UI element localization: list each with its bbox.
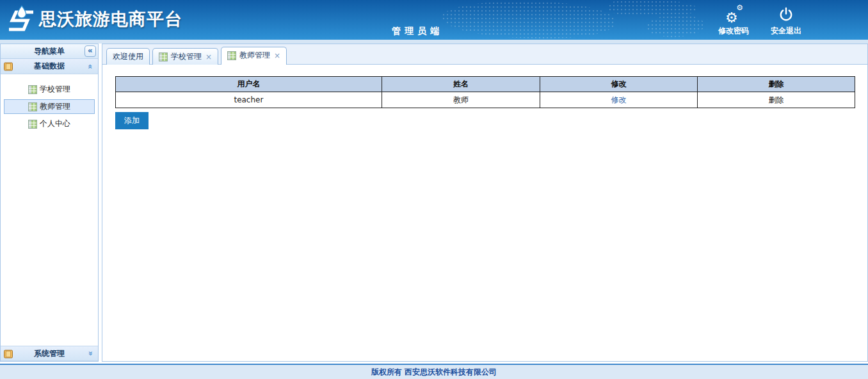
- table-grid-icon: [227, 51, 236, 60]
- table-row: teacher 教师 修改 删除: [116, 92, 855, 108]
- tab-label: 教师管理: [239, 50, 270, 61]
- table-grid-icon: [159, 52, 168, 61]
- cell-name: 教师: [382, 92, 540, 108]
- footer: 版权所有 西安思沃软件科技有限公司: [0, 364, 868, 379]
- column-header-username: 用户名: [116, 77, 382, 92]
- column-header-edit: 修改: [540, 77, 697, 92]
- sidebar-group-label: 基础数据: [34, 61, 65, 72]
- chevron-up-icon[interactable]: «: [86, 64, 95, 69]
- tab-welcome[interactable]: 欢迎使用: [106, 48, 150, 65]
- app-window: 思沃旅游电商平台 管理员端 ⚙ ⚙ 修改密码 安全退出: [0, 0, 868, 379]
- table-header-row: 用户名 姓名 修改 删除: [116, 77, 855, 92]
- sidebar-collapse-button[interactable]: «: [84, 45, 96, 57]
- tab-bar: 欢迎使用 学校管理 ×: [102, 44, 867, 65]
- power-icon: [778, 4, 794, 24]
- sidebar-item-personal-center[interactable]: 个人中心: [4, 117, 95, 131]
- tab-teacher-management[interactable]: 教师管理 ×: [221, 47, 287, 65]
- brand-logo: 思沃旅游电商平台: [6, 4, 182, 34]
- sidebar-title-bar: 导航菜单 «: [1, 44, 98, 59]
- change-password-label: 修改密码: [718, 26, 749, 36]
- table-grid-icon: [28, 102, 37, 111]
- teacher-table: 用户名 姓名 修改 删除 teacher 教师 修改 删除: [115, 76, 855, 108]
- sidebar-item-school-management[interactable]: 学校管理: [4, 82, 95, 97]
- sidebar-item-teacher-management[interactable]: 教师管理: [4, 99, 95, 114]
- edit-link[interactable]: 修改: [611, 95, 626, 104]
- sidebar-item-label: 个人中心: [40, 118, 70, 129]
- table-grid-icon: [28, 120, 37, 129]
- sidebar-group-label: 系统管理: [34, 348, 65, 359]
- change-password-button[interactable]: ⚙ ⚙ 修改密码: [718, 4, 749, 36]
- add-button[interactable]: 添加: [115, 112, 149, 129]
- sidebar-item-label: 教师管理: [40, 101, 70, 112]
- world-map-pattern: [442, 1, 615, 38]
- sidebar-group-items: 学校管理 教师管理: [1, 74, 98, 136]
- logout-button[interactable]: 安全退出: [771, 4, 801, 36]
- sidebar-spacer: [1, 136, 98, 346]
- close-icon[interactable]: ×: [274, 52, 280, 59]
- column-header-name: 姓名: [382, 77, 540, 92]
- chevron-down-icon[interactable]: «: [86, 351, 95, 356]
- gear-icon: ⚙ ⚙: [725, 4, 742, 24]
- tab-school-management[interactable]: 学校管理 ×: [152, 48, 218, 65]
- role-label: 管理员端: [392, 26, 443, 37]
- logout-label: 安全退出: [771, 26, 801, 36]
- tab-label: 欢迎使用: [113, 51, 143, 62]
- main-row: 导航菜单 « 基础数据 «: [0, 44, 868, 362]
- column-header-delete: 删除: [697, 77, 855, 92]
- sidebar-group-system-management[interactable]: 系统管理 «: [1, 346, 98, 361]
- world-map-pattern: [647, 15, 704, 37]
- droplet-s-logo-icon: [6, 4, 37, 34]
- sidebar-item-label: 学校管理: [40, 84, 70, 95]
- folder-icon: [3, 61, 13, 72]
- table-grid-icon: [28, 85, 37, 94]
- app-header: 思沃旅游电商平台 管理员端 ⚙ ⚙ 修改密码 安全退出: [0, 0, 868, 40]
- main-panel: 欢迎使用 学校管理 ×: [102, 44, 868, 362]
- delete-link[interactable]: 删除: [768, 95, 784, 104]
- cell-username: teacher: [116, 92, 382, 108]
- sidebar-group-basic-data[interactable]: 基础数据 «: [1, 59, 98, 74]
- sidebar: 导航菜单 « 基础数据 «: [0, 44, 99, 362]
- brand-title: 思沃旅游电商平台: [39, 8, 182, 31]
- close-icon[interactable]: ×: [205, 54, 212, 60]
- header-actions: ⚙ ⚙ 修改密码 安全退出: [718, 4, 801, 36]
- sidebar-title: 导航菜单: [34, 46, 65, 57]
- copyright-text: 版权所有 西安思沃软件科技有限公司: [371, 367, 497, 378]
- folder-icon: [3, 349, 13, 359]
- teacher-management-content: 用户名 姓名 修改 删除 teacher 教师 修改 删除: [102, 65, 867, 361]
- world-map-pattern: [608, 0, 698, 17]
- tab-label: 学校管理: [171, 51, 202, 62]
